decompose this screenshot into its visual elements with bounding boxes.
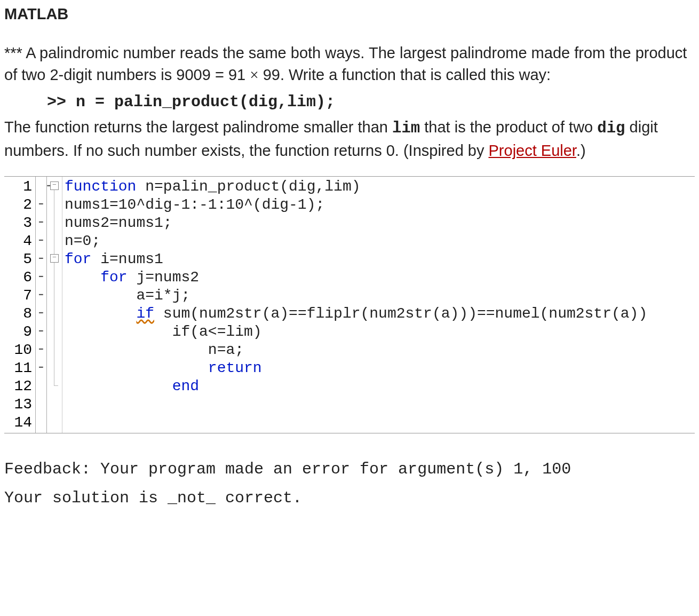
- breakpoint-marker[interactable]: -: [37, 322, 46, 339]
- breakpoint-marker[interactable]: -: [37, 250, 46, 266]
- line-number: 5: [7, 250, 32, 268]
- line-number-gutter: 1234567891011121314: [4, 177, 36, 433]
- call-example: >> n = palin_product(dig,lim);: [4, 88, 695, 116]
- line-number: 13: [7, 396, 32, 414]
- project-euler-link[interactable]: Project Euler: [489, 142, 576, 159]
- code-line[interactable]: if(a<=lim): [65, 323, 693, 341]
- fold-toggle-icon[interactable]: −: [50, 254, 59, 263]
- fold-guide-line: [54, 190, 54, 254]
- code-line[interactable]: for i=nums1: [65, 250, 693, 268]
- breakpoint-column[interactable]: -----------: [36, 177, 47, 433]
- line-number: 11: [7, 359, 32, 377]
- breakpoint-marker[interactable]: -: [37, 304, 46, 321]
- fold-toggle-icon[interactable]: −: [50, 181, 59, 190]
- code-line[interactable]: n=a;: [65, 341, 693, 359]
- line-number: 14: [7, 414, 32, 432]
- problem-statement: *** A palindromic number reads the same …: [4, 42, 695, 161]
- code-line[interactable]: for j=nums2: [65, 268, 693, 287]
- line-number: 4: [7, 232, 32, 250]
- feedback-block: Feedback: Your program made an error for…: [4, 455, 695, 512]
- desc-d: .): [576, 142, 586, 159]
- page-title: MATLAB: [4, 5, 695, 23]
- fold-guide-line: [54, 263, 54, 385]
- intro-text-b: 99. Write a function that is called this…: [259, 66, 551, 83]
- code-line[interactable]: nums2=nums1;: [65, 214, 693, 232]
- code-line[interactable]: if sum(num2str(a)==fliplr(num2str(a)))==…: [65, 305, 693, 323]
- code-line[interactable]: n=0;: [65, 232, 693, 250]
- feedback-line-2: Your solution is _not_ correct.: [4, 484, 695, 512]
- line-number: 10: [7, 341, 32, 359]
- line-number: 6: [7, 268, 32, 287]
- code-line[interactable]: function n=palin_product(dig,lim): [65, 178, 693, 196]
- line-number: 7: [7, 287, 32, 305]
- breakpoint-marker[interactable]: -: [37, 214, 46, 230]
- fold-column[interactable]: − −: [47, 177, 62, 433]
- code-line[interactable]: [65, 414, 693, 432]
- breakpoint-marker[interactable]: -: [37, 195, 46, 212]
- desc-b: that is the product of two: [420, 119, 597, 136]
- code-line[interactable]: return: [65, 359, 693, 377]
- code-line[interactable]: [65, 396, 693, 414]
- line-number: 3: [7, 214, 32, 232]
- code-area[interactable]: function n=palin_product(dig,lim)nums1=1…: [62, 177, 695, 433]
- dig-inline: dig: [597, 120, 625, 137]
- code-line[interactable]: a=i*j;: [65, 287, 693, 305]
- stars: ***: [4, 44, 22, 61]
- breakpoint-marker[interactable]: [36, 177, 45, 194]
- line-number: 12: [7, 377, 32, 396]
- code-editor[interactable]: 1234567891011121314 ----------- − − func…: [4, 176, 695, 433]
- breakpoint-marker[interactable]: -: [37, 232, 46, 248]
- desc-a: The function returns the largest palindr…: [4, 119, 392, 136]
- breakpoint-marker[interactable]: [36, 377, 45, 393]
- code-line[interactable]: nums1=10^dig-1:-1:10^(dig-1);: [65, 196, 693, 214]
- line-number: 1: [7, 178, 32, 196]
- lim-inline: lim: [392, 120, 420, 137]
- breakpoint-marker[interactable]: -: [37, 359, 46, 375]
- code-line[interactable]: end: [65, 377, 693, 396]
- feedback-line-1: Feedback: Your program made an error for…: [4, 455, 695, 484]
- breakpoint-marker[interactable]: -: [37, 268, 46, 285]
- breakpoint-marker[interactable]: -: [37, 341, 46, 357]
- line-number: 2: [7, 196, 32, 214]
- times-symbol: ×: [250, 66, 258, 83]
- line-number: 8: [7, 305, 32, 323]
- fold-end-icon: [54, 385, 58, 386]
- breakpoint-marker[interactable]: -: [37, 286, 46, 303]
- line-number: 9: [7, 323, 32, 341]
